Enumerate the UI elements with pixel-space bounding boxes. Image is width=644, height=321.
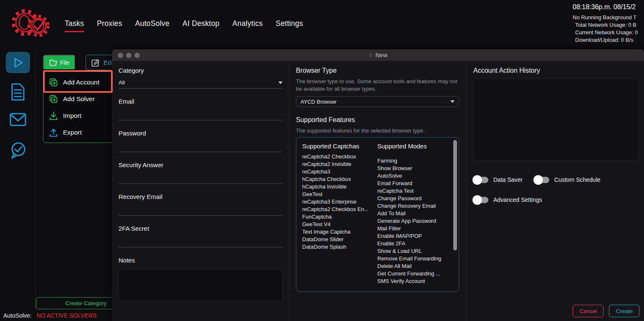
file-menu: Add Account Add Solver Import — [43, 71, 113, 143]
menu-item-import[interactable]: Import — [43, 107, 112, 124]
play-icon — [6, 52, 30, 73]
background-tasks-status: No Running Background T — [573, 14, 644, 21]
features-scrollbar[interactable] — [453, 140, 457, 250]
mode-list-item: Farming — [377, 157, 453, 165]
app-logo-gears-icon — [9, 6, 53, 43]
nav-proxies[interactable]: Proxies — [97, 19, 122, 31]
password-label: Password — [119, 130, 283, 138]
browser-type-value: AYCD Browser — [301, 99, 336, 105]
supported-modes-header: Supported Modes — [377, 143, 453, 150]
history-column: Account Action History Data Saver Custom… — [467, 61, 644, 321]
captcha-list-item: GeeTest — [302, 191, 377, 198]
mode-list-item: Get Current Forwarding ... — [377, 270, 453, 278]
file-button-label: File — [60, 59, 70, 66]
create-button[interactable]: Create — [609, 305, 639, 317]
captcha-list-item: Text Image Captcha — [302, 228, 377, 236]
browser-type-description: The browser type to use. Some account to… — [296, 78, 459, 93]
mode-list-item: Change Password — [377, 195, 453, 202]
menu-item-export[interactable]: Export — [43, 124, 112, 141]
main-nav: Tasks Proxies AutoSolve AI Desktop Analy… — [65, 19, 303, 32]
browser-type-heading: Browser Type — [296, 67, 459, 75]
toggle-knob — [472, 175, 482, 185]
cancel-button[interactable]: Cancel — [573, 305, 604, 317]
total-network-usage: Total Network Usage: 0 B — [573, 21, 644, 29]
captcha-list-item: hCaptcha Checkbox — [302, 176, 377, 183]
browser-column: Browser Type The browser type to use. So… — [289, 61, 467, 321]
modal-title: ⚙ New — [112, 49, 644, 61]
sidebar-item-mail[interactable] — [0, 112, 35, 127]
captcha-list-item: reCaptcha2 Checkbox — [302, 153, 377, 160]
gear-icon: ⚙ — [369, 52, 373, 58]
custom-schedule-label: Custom Schedule — [554, 176, 601, 183]
captcha-list-item: hCaptcha Invisible — [302, 183, 377, 191]
copy-plus-icon — [48, 77, 58, 87]
captcha-list-item: reCaptcha2 Checkbox En... — [302, 206, 377, 213]
captcha-list-item: DataDome Splash — [302, 243, 377, 251]
mode-list-item: Show Browser — [377, 165, 453, 172]
captcha-list-item: DataDome Slider — [302, 236, 377, 243]
modal-actions: Cancel Create — [573, 305, 639, 317]
app-window: Tasks Proxies AutoSolve AI Desktop Analy… — [0, 0, 644, 321]
notes-field[interactable] — [119, 269, 283, 301]
email-field[interactable] — [119, 106, 283, 120]
security-answer-label: Security Answer — [119, 161, 283, 170]
toggle-knob — [533, 175, 543, 185]
toggle-knob — [472, 195, 482, 205]
account-action-history-panel — [473, 79, 639, 160]
recovery-email-label: Recovery Email — [119, 193, 283, 201]
nav-autosolve[interactable]: AutoSolve — [135, 19, 169, 31]
pencil-square-icon — [91, 58, 100, 67]
email-label: Email — [119, 98, 283, 106]
top-bar: Tasks Proxies AutoSolve AI Desktop Analy… — [0, 0, 644, 49]
autosolve-status-label: AutoSolve: — [3, 312, 32, 319]
category-value: All — [119, 79, 125, 86]
system-info: 08:18:36p.m. 08/15/2 No Running Backgrou… — [573, 3, 644, 44]
supported-captchas-column: Supported Captchas reCaptcha2 Checkboxre… — [302, 143, 377, 286]
sidebar-item-support[interactable] — [0, 141, 35, 160]
password-field[interactable] — [119, 138, 283, 152]
menu-item-add-solver[interactable]: Add Solver — [43, 91, 112, 107]
modal-title-bar: ⚙ New — [112, 49, 644, 61]
menu-item-label: Import — [63, 112, 81, 120]
advanced-settings-label: Advanced Settings — [493, 196, 542, 203]
recovery-email-field[interactable] — [119, 201, 283, 216]
sidebar-item-tasks[interactable] — [0, 52, 35, 73]
2fa-secret-label: 2FA Secret — [119, 225, 283, 233]
supported-features-box: Supported Captchas reCaptcha2 Checkboxre… — [296, 137, 459, 292]
account-form-column: Category All Email Password Security Ans… — [112, 61, 289, 321]
mail-icon — [9, 112, 27, 127]
mode-list-item: SMS Verify Account — [377, 278, 453, 285]
captcha-list-item: FunCaptcha — [302, 213, 377, 221]
mode-list-item: Delete All Mail — [377, 262, 453, 270]
status-bar: AutoSolve: NO ACTIVE SOLVERS Auto — [3, 312, 128, 319]
data-saver-toggle[interactable] — [473, 177, 488, 183]
mode-list-item: AutoSolve — [377, 172, 453, 180]
security-answer-field[interactable] — [119, 170, 283, 184]
nav-settings[interactable]: Settings — [276, 19, 303, 31]
copy-plus-icon — [48, 94, 58, 104]
browser-type-select[interactable]: AYCD Browser — [296, 96, 459, 107]
mode-list-item: Enable IMAP/POP — [377, 232, 453, 240]
menu-item-add-account[interactable]: Add Account — [43, 74, 112, 91]
file-button[interactable]: File — [43, 55, 76, 70]
mode-list-item: reCaptcha Test — [377, 187, 453, 195]
category-select[interactable]: All — [119, 79, 283, 89]
mode-list-item: Generate App Password — [377, 217, 453, 225]
modal-body: Category All Email Password Security Ans… — [112, 61, 644, 321]
nav-tasks[interactable]: Tasks — [65, 19, 84, 32]
supported-modes-column: Supported Modes FarmingShow BrowserAutoS… — [377, 143, 453, 286]
supported-captchas-header: Supported Captchas — [302, 143, 377, 150]
nav-ai-desktop[interactable]: AI Desktop — [182, 19, 220, 31]
captcha-list-item: reCaptcha3 Enterprise — [302, 198, 377, 206]
menu-item-label: Export — [63, 129, 82, 136]
advanced-settings-toggle[interactable] — [473, 197, 488, 203]
captcha-list-item: reCaptcha2 Invisible — [302, 160, 377, 168]
category-label: Category — [119, 67, 283, 75]
2fa-secret-field[interactable] — [119, 233, 283, 247]
captcha-list-item: GeeTest V4 — [302, 221, 377, 228]
sidebar-item-accounts[interactable] — [0, 82, 35, 102]
mode-list-item: Add To Mail — [377, 210, 453, 217]
custom-schedule-toggle[interactable] — [534, 177, 549, 183]
nav-analytics[interactable]: Analytics — [232, 19, 263, 31]
current-network-usage: Current Network Usage: 0 — [573, 29, 644, 36]
